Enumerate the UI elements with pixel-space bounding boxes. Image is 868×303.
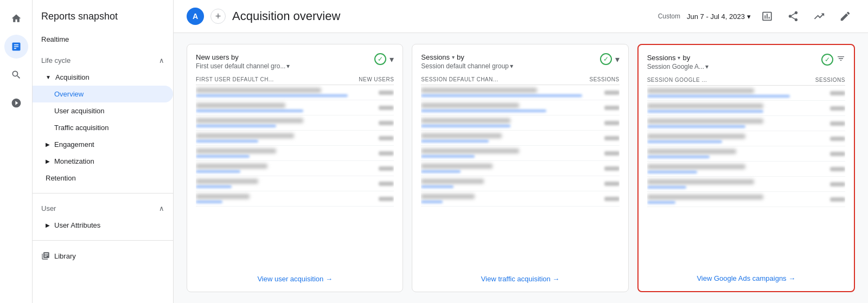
acquisition-arrow-icon: ▼ xyxy=(46,74,51,80)
page-header: A + Acquisition overview Custom Jun 7 - … xyxy=(174,0,868,33)
card3-filter-icon[interactable] xyxy=(837,54,845,65)
sidebar-item-overview[interactable]: Overview xyxy=(33,86,173,102)
monetization-arrow-icon: ▶ xyxy=(46,158,50,164)
edit-button[interactable] xyxy=(835,7,855,26)
sidebar-title: Reports snapshot xyxy=(33,9,173,31)
view-traffic-acquisition-link[interactable]: View traffic acquisition → xyxy=(481,275,560,283)
card3-title-dropdown-icon[interactable]: ▾ xyxy=(678,55,680,61)
view-user-acquisition-link[interactable]: View user acquisition → xyxy=(257,275,333,283)
list-item xyxy=(421,176,619,191)
card2-title-suffix: by xyxy=(457,53,464,61)
card2-title-prefix: Sessions xyxy=(421,53,450,61)
card2-header: Sessions ▾ by Session default channel gr… xyxy=(421,53,619,70)
sidebar: Reports snapshot Realtime Life cycle ∧ ▼… xyxy=(33,0,174,303)
card2-title-row: Sessions ▾ by xyxy=(421,53,513,61)
acquisition-label: Acquisition xyxy=(55,73,90,81)
sessions-google-card: Sessions ▾ by Session Google A... ▾ ✓ xyxy=(637,44,855,292)
list-item xyxy=(421,146,619,161)
card2-title-section: Sessions ▾ by Session default channel gr… xyxy=(421,53,513,70)
card2-data-rows xyxy=(421,85,619,268)
user-section-header[interactable]: User ∧ xyxy=(33,200,173,217)
card2-check-icon: ✓ xyxy=(600,53,612,65)
home-nav-icon[interactable] xyxy=(4,7,28,30)
list-item xyxy=(196,146,394,161)
card1-dropdown-icon[interactable]: ▾ xyxy=(390,54,394,65)
monetization-label: Monetization xyxy=(54,157,94,165)
card1-title: New users by xyxy=(196,53,239,61)
card1-col-left: FIRST USER DEFAULT CH... xyxy=(196,76,274,82)
retention-label: Retention xyxy=(46,174,76,182)
card1-col-right: NEW USERS xyxy=(359,76,394,82)
search-nav-icon[interactable] xyxy=(4,63,28,87)
card1-header: New users by First user default channel … xyxy=(196,53,394,70)
list-item xyxy=(647,192,845,207)
life-cycle-section: Life cycle ∧ ▼ Acquisition Overview User… xyxy=(33,52,173,186)
compare-button[interactable] xyxy=(809,7,829,26)
card1-col-headers: FIRST USER DEFAULT CH... NEW USERS xyxy=(196,72,394,85)
card3-subtitle-arrow-icon: ▾ xyxy=(705,63,709,70)
sidebar-item-library[interactable]: Library xyxy=(33,247,173,265)
card3-title-suffix: by xyxy=(682,54,690,62)
list-item xyxy=(421,131,619,146)
date-range-chevron-icon: ▾ xyxy=(747,12,751,21)
engagement-label: Engagement xyxy=(54,140,94,149)
list-item xyxy=(421,100,619,115)
sidebar-item-acquisition[interactable]: ▼ Acquisition xyxy=(33,69,173,86)
main-area: A + Acquisition overview Custom Jun 7 - … xyxy=(174,0,868,303)
sidebar-item-retention[interactable]: Retention xyxy=(33,170,173,186)
card3-title-prefix: Sessions xyxy=(647,54,676,62)
card1-footer: View user acquisition → xyxy=(196,275,394,283)
content-area: New users by First user default channel … xyxy=(174,33,868,303)
card2-dropdown-icon[interactable]: ▾ xyxy=(615,54,620,65)
chart-type-button[interactable] xyxy=(757,7,777,26)
life-cycle-chevron-icon: ∧ xyxy=(159,56,164,65)
analytics-nav-icon[interactable] xyxy=(4,35,28,59)
user-acquisition-label: User acquisition xyxy=(54,107,105,115)
card1-subtitle-arrow-icon: ▾ xyxy=(286,62,290,70)
user-attributes-label: User Attributes xyxy=(54,221,100,229)
sidebar-item-engagement[interactable]: ▶ Engagement xyxy=(33,136,173,153)
cards-row: New users by First user default channel … xyxy=(187,44,855,292)
sidebar-item-user-attributes[interactable]: ▶ User Attributes xyxy=(33,217,173,234)
card3-footer: View Google Ads campaigns → xyxy=(647,274,845,282)
library-icon xyxy=(41,252,50,260)
list-item xyxy=(196,115,394,131)
header-controls: Custom Jun 7 - Jul 4, 2023 ▾ xyxy=(658,7,855,26)
list-item xyxy=(196,85,394,100)
card1-data-rows xyxy=(196,85,394,268)
list-item xyxy=(421,115,619,131)
user-attributes-arrow-icon: ▶ xyxy=(46,222,50,228)
share-button[interactable] xyxy=(783,7,803,26)
user-chevron-icon: ∧ xyxy=(159,204,164,212)
page-title: Acquisition overview xyxy=(232,9,652,23)
add-button[interactable]: + xyxy=(210,9,226,24)
list-item xyxy=(647,116,845,131)
list-item xyxy=(421,85,619,100)
sidebar-item-realtime[interactable]: Realtime xyxy=(33,31,173,48)
sidebar-item-monetization[interactable]: ▶ Monetization xyxy=(33,153,173,170)
card2-subtitle: Session default channel group ▾ xyxy=(421,62,513,70)
sidebar-item-user-acquisition[interactable]: User acquisition xyxy=(33,102,173,119)
card3-subtitle-text: Session Google A... xyxy=(647,63,704,70)
list-item xyxy=(421,161,619,176)
sidebar-item-traffic-acquisition[interactable]: Traffic acquisition xyxy=(33,119,173,136)
date-range-text: Jun 7 - Jul 4, 2023 xyxy=(687,12,745,21)
icon-rail xyxy=(0,0,33,303)
card2-subtitle-text: Session default channel group xyxy=(421,62,508,70)
user-section-label: User xyxy=(41,204,56,212)
view-google-ads-link[interactable]: View Google Ads campaigns → xyxy=(697,274,795,282)
date-range-button[interactable]: Jun 7 - Jul 4, 2023 ▾ xyxy=(687,12,751,21)
card3-col-right: SESSIONS xyxy=(815,77,845,83)
card2-col-right: SESSIONS xyxy=(590,76,620,82)
life-cycle-header[interactable]: Life cycle ∧ xyxy=(33,52,173,69)
card2-title-dropdown-icon[interactable]: ▾ xyxy=(452,54,455,60)
list-item xyxy=(647,101,845,116)
audience-nav-icon[interactable] xyxy=(4,91,28,115)
list-item xyxy=(647,86,845,101)
card1-title-row: New users by xyxy=(196,53,290,61)
list-item xyxy=(196,100,394,115)
card2-icons: ✓ ▾ xyxy=(600,53,620,65)
card3-col-left: SESSION GOOGLE ... xyxy=(647,77,707,83)
card3-title-section: Sessions ▾ by Session Google A... ▾ xyxy=(647,54,709,70)
card3-check-icon: ✓ xyxy=(821,54,833,66)
